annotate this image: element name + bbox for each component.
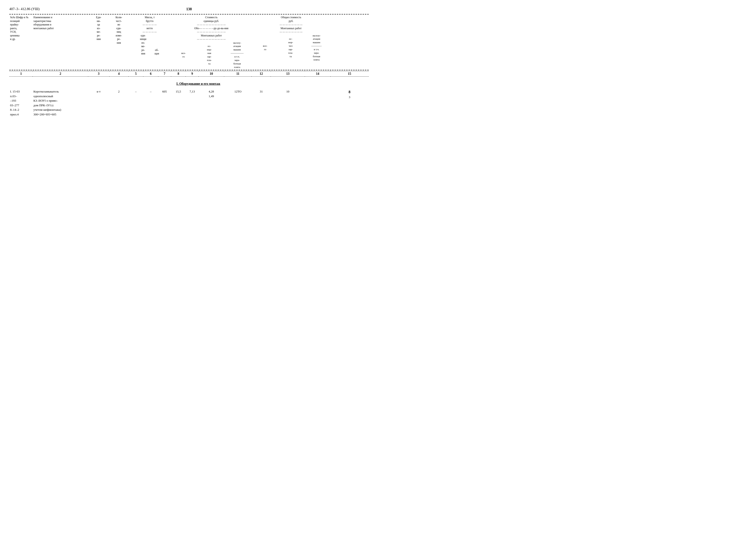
col-num-3: 3 <box>88 71 109 77</box>
row-col14 <box>305 88 330 117</box>
row-col3: к-т <box>88 88 109 117</box>
row-col13: 10 <box>271 88 305 117</box>
header-bottom-rule <box>9 70 369 70</box>
col-num-7: 7 <box>158 71 171 77</box>
page-number: 138 <box>70 7 308 11</box>
col-num-8: 8 <box>171 71 186 77</box>
row-col7: 605 <box>158 88 171 117</box>
row-col6: – <box>143 88 158 117</box>
col-num-10: 10 <box>198 71 224 77</box>
col-num-15: 15 <box>330 71 369 77</box>
header-col891011: Стоимостьединицы руб.— — — — — — — — — —… <box>171 15 252 70</box>
row-col15: 83 <box>330 88 369 117</box>
col-num-4: 4 <box>109 71 129 77</box>
col-num-11: 11 <box>224 71 251 77</box>
row-col11: 12ТО <box>224 88 251 117</box>
header-col131415: Общая стоимостьруб.— — — — — — — — Монта… <box>251 15 330 70</box>
row-col8: 15,5 <box>171 88 186 117</box>
row-col4: 2 <box>109 88 129 117</box>
col-num-6: 6 <box>143 71 158 77</box>
col-num-12: 12 <box>251 71 271 77</box>
header-table: №№ Шифр и №позицийпрайку-ранта,УСН,ценни… <box>9 15 369 70</box>
col-num-13: 13 <box>271 71 305 77</box>
column-numbers-table: 1 2 3 4 5 6 7 8 9 10 11 12 13 14 15 <box>9 71 369 77</box>
table-row: I. 15-03п.03––19303–2778–14–2прил.4 Коро… <box>9 88 369 117</box>
doc-id: 407–3– 412.86 (УШ) <box>9 7 70 11</box>
data-table: I. 15-03п.03––19303–2778–14–2прил.4 Коро… <box>9 88 369 117</box>
row-col2: КороткозамыкательоднополюсныйКЗ–IIОУI о … <box>33 88 88 117</box>
header-col2: Наименование ихарактеристикаоборудования… <box>33 15 88 70</box>
col-num-9: 9 <box>186 71 198 77</box>
header-col4: Коли-чест-воеди-ницизме-ре-ния <box>109 15 129 70</box>
col-num-5: 5 <box>129 71 143 77</box>
row-col9: 7,13 <box>186 88 198 117</box>
header-col1: №№ Шифр и №позицийпрайку-ранта,УСН,ценни… <box>9 15 33 70</box>
row-col5: – <box>129 88 143 117</box>
section-title: I. Оборудование и его монтаж <box>9 77 369 88</box>
col-num-14: 14 <box>305 71 330 77</box>
row-col1: I. 15-03п.03––19303–2778–14–2прил.4 <box>9 88 33 117</box>
page-header: 407–3– 412.86 (УШ) 138 <box>9 7 369 11</box>
header-col3: Еди-ни-цаиз-ме-ре-ния <box>88 15 109 70</box>
row-col12: 31 <box>251 88 271 117</box>
header-col567: Мясоа, тбрутто— — — — —нетто— — — — — ед… <box>129 15 171 70</box>
col-num-1: 1 <box>9 71 33 77</box>
col-num-2: 2 <box>33 71 88 77</box>
row-col10: 4,281,49 <box>198 88 224 117</box>
